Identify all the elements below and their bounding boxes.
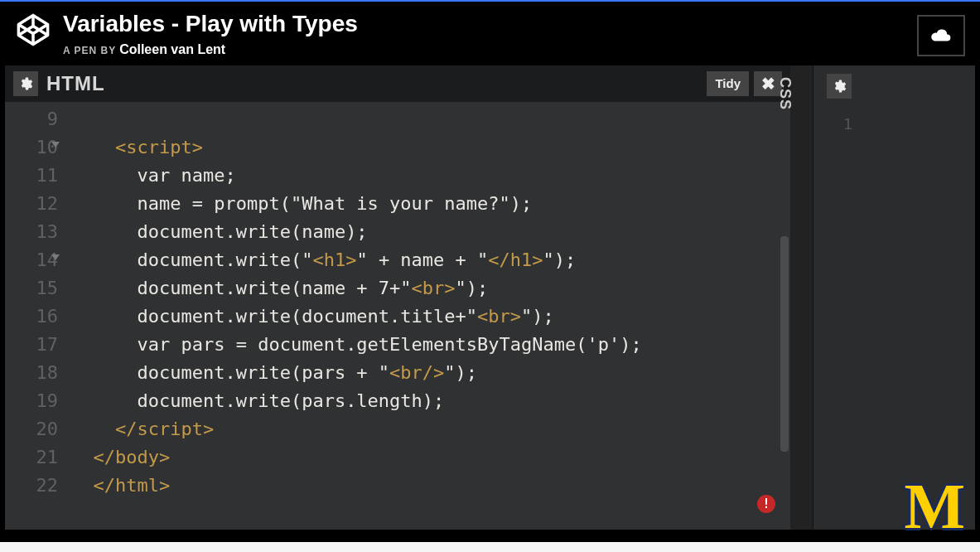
line-number: 18 bbox=[5, 359, 58, 387]
css-panel-label: CSS bbox=[776, 77, 794, 110]
line-number: 17 bbox=[5, 331, 58, 359]
css-settings-button[interactable] bbox=[827, 74, 852, 99]
code-line[interactable]: </html> bbox=[71, 472, 790, 500]
save-cloud-button[interactable] bbox=[917, 15, 965, 56]
header: Variables - Play with Types A PEN BY Col… bbox=[0, 2, 980, 65]
code-line[interactable]: <script> bbox=[71, 133, 790, 162]
code-line[interactable]: document.write(pars + "<br/>"); bbox=[71, 359, 790, 387]
html-panel-label: HTML bbox=[46, 72, 105, 95]
line-number: 9 bbox=[5, 105, 58, 133]
line-number: 15 bbox=[5, 274, 58, 303]
css-code-editor[interactable]: 1 bbox=[813, 65, 975, 530]
html-panel: HTML Tidy ✖ 910111213141516171819202122 … bbox=[5, 65, 790, 530]
css-panel: CSS 1 bbox=[790, 65, 975, 530]
code-line[interactable]: var pars = document.getElementsByTagName… bbox=[71, 331, 790, 359]
cloud-icon bbox=[930, 28, 952, 43]
code-line[interactable]: document.write(name); bbox=[71, 218, 790, 246]
html-panel-bar: HTML Tidy ✖ bbox=[5, 65, 790, 102]
line-number: 19 bbox=[5, 387, 58, 415]
line-number: 13 bbox=[5, 218, 58, 246]
pen-title: Variables - Play with Types bbox=[63, 12, 917, 37]
tidy-button[interactable]: Tidy bbox=[707, 71, 749, 96]
code-line[interactable]: name = prompt("What is your name?"); bbox=[71, 190, 790, 218]
html-settings-button[interactable] bbox=[13, 71, 38, 96]
code-line[interactable] bbox=[71, 105, 790, 133]
title-block: Variables - Play with Types A PEN BY Col… bbox=[63, 12, 917, 57]
line-number: 10 bbox=[5, 133, 58, 162]
fold-arrow-icon[interactable] bbox=[51, 254, 60, 260]
code-body[interactable]: <script> var name; name = prompt("What i… bbox=[66, 102, 790, 530]
byline: A PEN BY Colleen van Lent bbox=[63, 42, 917, 57]
code-line[interactable]: </body> bbox=[71, 443, 790, 472]
footer-bar bbox=[0, 542, 980, 552]
line-number: 11 bbox=[5, 162, 58, 190]
css-line-number: 1 bbox=[843, 115, 852, 133]
codepen-logo-icon bbox=[15, 12, 51, 48]
line-number: 12 bbox=[5, 190, 58, 218]
line-number-gutter: 910111213141516171819202122 bbox=[5, 102, 66, 530]
fold-arrow-icon[interactable] bbox=[51, 142, 60, 148]
code-line[interactable]: document.write("<h1>" + name + "</h1>"); bbox=[71, 246, 790, 274]
line-number: 16 bbox=[5, 303, 58, 331]
code-line[interactable]: var name; bbox=[71, 162, 790, 190]
code-line[interactable]: document.write(document.title+"<br>"); bbox=[71, 303, 790, 331]
line-number: 22 bbox=[5, 472, 58, 500]
gear-icon bbox=[832, 79, 847, 94]
css-panel-tab[interactable]: CSS bbox=[790, 65, 813, 530]
vertical-scrollbar[interactable] bbox=[780, 236, 789, 452]
code-line[interactable]: document.write(pars.length); bbox=[71, 387, 790, 415]
html-code-editor[interactable]: 910111213141516171819202122 <script> var… bbox=[5, 102, 790, 530]
line-number: 21 bbox=[5, 443, 58, 472]
code-line[interactable]: document.write(name + 7+"<br>"); bbox=[71, 274, 790, 303]
workspace: HTML Tidy ✖ 910111213141516171819202122 … bbox=[5, 65, 975, 530]
byline-author[interactable]: Colleen van Lent bbox=[119, 42, 225, 56]
line-number: 14 bbox=[5, 246, 58, 274]
byline-label: A PEN BY bbox=[63, 45, 116, 56]
gear-icon bbox=[18, 76, 33, 91]
error-badge[interactable]: ! bbox=[757, 495, 775, 513]
line-number: 20 bbox=[5, 415, 58, 443]
code-line[interactable]: </script> bbox=[71, 415, 790, 443]
